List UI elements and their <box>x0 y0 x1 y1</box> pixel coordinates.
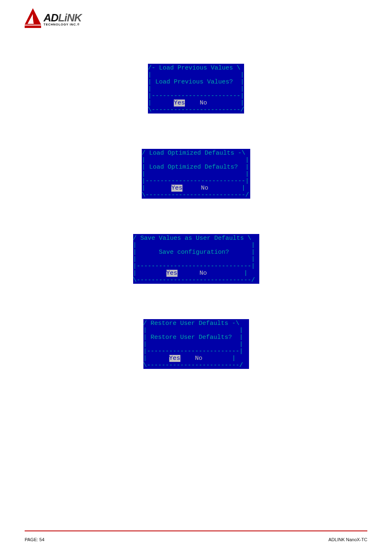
dialog-border-side: | | <box>148 86 244 93</box>
dialog-border-side: | | <box>143 327 243 334</box>
reg-mark-icon: ® <box>77 23 80 26</box>
dialog-border-sep: |-------------------------| <box>143 348 243 355</box>
dialog-border-r: | <box>207 100 244 107</box>
dialog-question-line: | Restore User Defaults? | <box>143 334 243 341</box>
dialog-question-line: | Save configuration? | <box>133 249 255 256</box>
dialog-border-r: | <box>203 355 236 362</box>
dialog-border-bottom: \------------------------/ <box>148 107 244 114</box>
dialog-border-side: | | <box>148 72 244 79</box>
logo-text: ADLiNK TECHNOLOGY INC.® <box>44 8 81 30</box>
section-help: Select this option to restore the previo… <box>25 304 367 315</box>
dialog-question-line: | Load Previous Values? | <box>148 79 244 86</box>
dialog-border-r: | <box>207 270 248 277</box>
dialog-border-side: | | <box>133 242 255 249</box>
logo-mark-icon <box>25 8 41 30</box>
section-restore-previous: Restore Previous Values Select this opti… <box>25 41 367 115</box>
dialog-border-top: / Save Values as User Defaults \ <box>133 235 251 242</box>
logo-brand-a: AD <box>44 12 58 24</box>
no-button[interactable]: No <box>200 270 207 277</box>
footer: PAGE: 54 ADLINK NanoX-TC <box>25 537 367 542</box>
dialog-border-l: | <box>142 185 171 192</box>
gap <box>182 185 201 192</box>
footer-right: ADLINK NanoX-TC <box>328 537 367 542</box>
yes-button[interactable]: Yes <box>166 270 178 277</box>
section-restore-user-defaults: Restore User Defaults Select this option… <box>25 297 367 370</box>
dialog-border-l: | <box>133 270 166 277</box>
section-restore-defaults: Restore Defaults Select this option to r… <box>25 126 367 200</box>
svg-rect-3 <box>25 25 41 28</box>
dialog-border-bottom: \---------------------------/ <box>142 192 249 199</box>
dialog-border-sep: |------------------------| <box>148 93 244 100</box>
dialog-border-top: / Restore User Defaults -\ <box>143 320 240 327</box>
dialog-border-top: /- Load Previous Values \ <box>148 65 240 72</box>
dialog-border-top: / Load Optimized Defaults -\ <box>142 150 245 157</box>
yes-button[interactable]: Yes <box>171 185 182 192</box>
dialog-border-sep: |-------------------------------| <box>133 263 255 270</box>
dialog-border-sep: |---------------------------| <box>142 178 249 185</box>
section-save-user-defaults: Save as User Defaults Select this option… <box>25 211 367 285</box>
section-help: Select this option to save the current c… <box>25 219 367 230</box>
dialog-restore-user: / Restore User Defaults -\ | | | Restore… <box>142 318 250 370</box>
yes-button[interactable]: Yes <box>169 355 180 362</box>
no-button[interactable]: No <box>201 185 208 192</box>
dialog-border-side: | | <box>133 256 255 263</box>
dialog-border-side: | | <box>142 157 249 164</box>
yes-button[interactable]: Yes <box>174 100 185 107</box>
dialog-border-l: | <box>148 100 174 107</box>
section-help: Select this option to restore the previo… <box>25 49 367 60</box>
dialog-load-previous: /- Load Previous Values \ | | | Load Pre… <box>147 63 245 115</box>
dialog-save-user: / Save Values as User Defaults \ | | | S… <box>132 233 261 285</box>
no-button[interactable]: No <box>195 355 203 362</box>
section-heading: Restore Defaults <box>25 126 367 134</box>
footer-rule <box>25 531 367 531</box>
section-heading: Restore User Defaults <box>25 297 367 304</box>
logo-brand-b: LiNK <box>58 12 82 24</box>
dialog-border-side: | | <box>143 341 243 348</box>
dialog-load-optimized: / Load Optimized Defaults -\ | | | Load … <box>141 148 251 200</box>
dialog-border-bottom: \-------------------------------/ <box>133 277 255 284</box>
dialog-question-line: | Load Optimized Defaults? | <box>142 164 249 171</box>
dialog-border-side: | | <box>142 171 249 178</box>
dialog-border-r: | <box>208 185 245 192</box>
section-help: Select this option to restore the factor… <box>25 134 367 145</box>
footer-left: PAGE: 54 <box>25 537 44 542</box>
gap <box>185 100 200 107</box>
logo-subtitle: TECHNOLOGY INC. <box>44 23 77 26</box>
logo: ADLiNK TECHNOLOGY INC.® <box>25 8 367 30</box>
dialog-border-l: | <box>143 355 169 362</box>
section-heading: Restore Previous Values <box>25 41 367 49</box>
gap <box>180 355 195 362</box>
dialog-border-bottom: \-------------------------/ <box>143 362 243 369</box>
section-heading: Save as User Defaults <box>25 211 367 219</box>
no-button[interactable]: No <box>200 100 207 107</box>
gap <box>178 270 200 277</box>
